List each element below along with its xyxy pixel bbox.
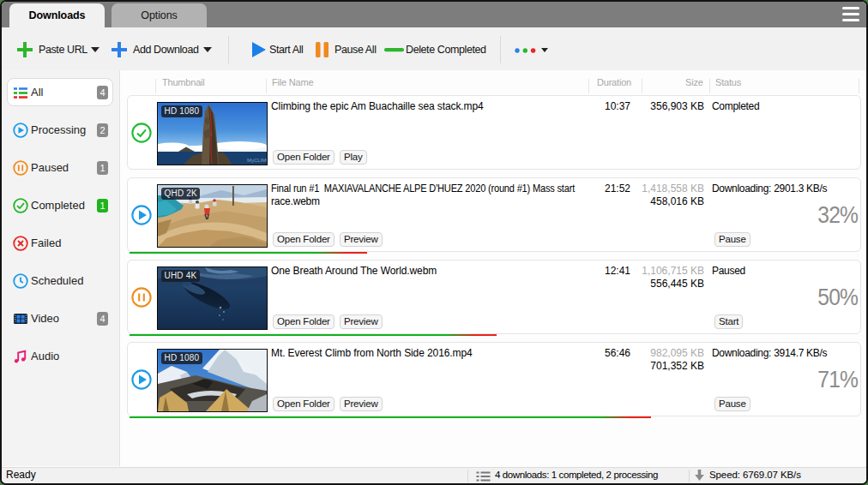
svg-text:MyCLIMB: MyCLIMB [247, 158, 267, 163]
